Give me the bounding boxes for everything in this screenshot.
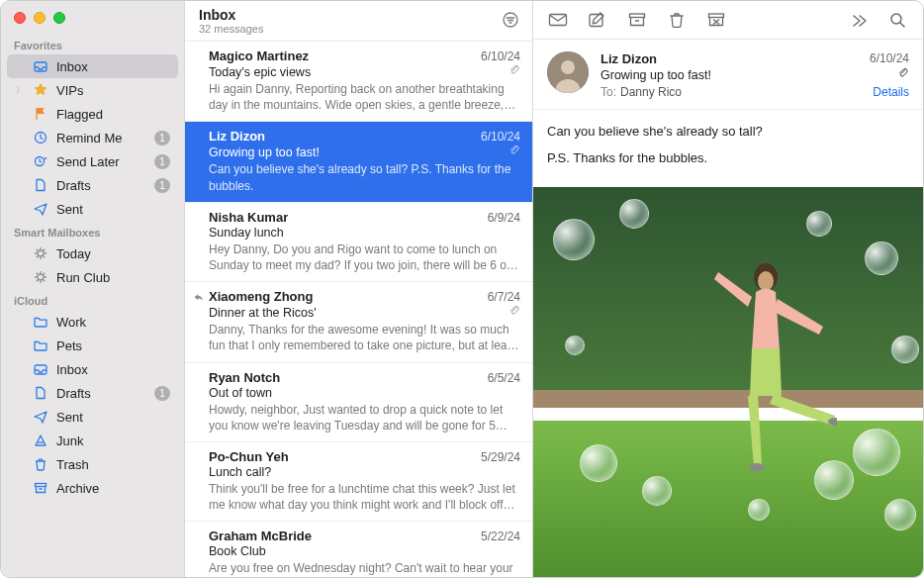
sidebar-item-send-later[interactable]: Send Later1 [7, 149, 178, 173]
message-subject: Book Club [209, 544, 520, 558]
delete-button[interactable] [664, 9, 690, 31]
badge: 1 [154, 154, 170, 169]
badge: 1 [154, 131, 170, 145]
message-list: Magico Martinez6/10/24Today's epic views… [185, 42, 532, 577]
more-button[interactable] [846, 9, 872, 31]
message-list-item[interactable]: Po-Chun Yeh5/29/24Lunch call?Think you'l… [185, 442, 532, 522]
sidebar-item-sent[interactable]: Sent [7, 405, 178, 429]
minimize-window-button[interactable] [34, 12, 46, 24]
sidebar-item-trash[interactable]: Trash [7, 452, 178, 476]
sidebar-item-pets[interactable]: Pets [7, 334, 178, 357]
message-subject: Today's epic views [209, 65, 508, 79]
sidebar-item-run-club[interactable]: Run Club [7, 265, 178, 289]
filter-icon[interactable] [501, 10, 520, 33]
to-recipient[interactable]: Danny Rico [620, 85, 682, 99]
sidebar-item-today[interactable]: Today [7, 241, 178, 265]
to-label: To: [601, 85, 616, 99]
clock-icon [33, 130, 48, 145]
sidebar-item-label: Flagged [56, 107, 170, 122]
message-from: Liz Dizon [209, 129, 481, 144]
sidebar-item-remind-me[interactable]: Remind Me1 [7, 126, 178, 149]
compose-button[interactable] [585, 9, 610, 31]
get-mail-button[interactable] [545, 9, 571, 31]
badge: 1 [154, 386, 170, 401]
message-subject: Lunch call? [209, 465, 520, 479]
zoom-window-button[interactable] [53, 12, 65, 24]
svg-point-15 [758, 271, 774, 291]
toolbar [533, 1, 923, 40]
svg-point-16 [749, 463, 765, 471]
search-button[interactable] [885, 9, 911, 31]
junk-button[interactable] [703, 9, 729, 31]
chevron-icon: 〉 [15, 84, 25, 97]
sidebar-item-label: Junk [56, 434, 170, 448]
message-list-item[interactable]: Ryan Notch6/5/24Out of townHowdy, neighb… [185, 363, 532, 442]
message-date: 5/29/24 [481, 450, 520, 464]
sidebar-item-drafts[interactable]: Drafts1 [7, 173, 178, 197]
sidebar-item-label: Today [56, 246, 170, 261]
sidebar-item-work[interactable]: Work [7, 310, 178, 334]
sidebar-item-vips[interactable]: 〉VIPs [7, 78, 178, 102]
body-line: Can you believe she's already so tall? [547, 124, 909, 139]
sidebar-item-sent[interactable]: Sent [7, 197, 178, 221]
junk-icon [33, 433, 48, 448]
message-preview: Think you'll be free for a lunchtime cha… [209, 481, 520, 513]
sidebar-section-title: Smart Mailboxes [1, 221, 184, 241]
reading-pane: Liz Dizon 6/10/24 Growing up too fast! T… [533, 1, 923, 577]
attachment-image[interactable] [533, 187, 923, 577]
sidebar-item-label: Send Later [56, 154, 146, 169]
trash-icon [33, 456, 48, 472]
message-subject: Out of town [209, 386, 520, 400]
message-list-item[interactable]: Nisha Kumar6/9/24Sunday lunchHey Danny, … [185, 203, 532, 282]
sidebar-item-label: Pets [56, 338, 170, 353]
message-list-item[interactable]: Graham McBride5/22/24Book ClubAre you fr… [185, 522, 532, 577]
message-subject: Growing up too fast! [209, 145, 508, 159]
sidebar-item-archive[interactable]: Archive [7, 476, 178, 500]
message-date: 6/10/24 [870, 51, 909, 66]
sidebar-item-inbox[interactable]: Inbox [7, 357, 178, 381]
sender-name: Liz Dizon [601, 51, 870, 66]
sidebar-item-label: Work [56, 315, 170, 330]
message-preview: Howdy, neighbor, Just wanted to drop a q… [209, 402, 520, 434]
sidebar-item-label: Sent [56, 202, 170, 217]
body-line: P.S. Thanks for the bubbles. [547, 150, 909, 165]
sidebar-item-label: Archive [56, 481, 170, 496]
sidebar-item-drafts[interactable]: Drafts1 [7, 381, 178, 405]
message-preview: Danny, Thanks for the awesome evening! I… [209, 322, 520, 353]
doc-icon [33, 385, 48, 401]
message-from: Magico Martinez [209, 48, 481, 63]
message-count: 32 messages [199, 23, 501, 35]
message-date: 6/5/24 [488, 371, 520, 385]
details-link[interactable]: Details [873, 85, 909, 99]
gear-icon [33, 269, 48, 285]
message-from: Ryan Notch [209, 370, 488, 385]
message-list-item[interactable]: Xiaomeng Zhong6/7/24Dinner at the Ricos'… [185, 282, 532, 362]
archive-button[interactable] [624, 9, 650, 31]
clock-send-icon [33, 153, 48, 169]
folder-icon [33, 337, 48, 353]
attachment-icon [508, 64, 520, 79]
sidebar-item-inbox[interactable]: Inbox [7, 54, 178, 78]
sidebar-item-label: Remind Me [56, 131, 146, 145]
message-date: 5/22/24 [481, 530, 520, 543]
sidebar-item-junk[interactable]: Junk [7, 429, 178, 452]
folder-icon [33, 314, 48, 330]
sidebar-item-label: VIPs [56, 83, 170, 98]
message-list-item[interactable]: Magico Martinez6/10/24Today's epic views… [185, 42, 532, 122]
close-window-button[interactable] [14, 12, 26, 24]
badge: 1 [154, 178, 170, 193]
sidebar-item-label: Run Club [56, 270, 170, 285]
message-body: Can you believe she's already so tall? P… [533, 110, 923, 187]
star-icon [33, 82, 48, 98]
window-controls [1, 1, 184, 34]
message-list-item[interactable]: Liz Dizon6/10/24Growing up too fast!Can … [185, 122, 532, 202]
message-list-header: Inbox 32 messages [185, 1, 532, 42]
replied-icon [193, 292, 205, 307]
svg-point-13 [561, 60, 575, 74]
mailbox-title: Inbox [199, 7, 501, 23]
message-date: 6/9/24 [488, 211, 520, 225]
sender-avatar[interactable] [547, 51, 589, 93]
sidebar-item-label: Trash [56, 457, 170, 472]
gear-icon [33, 245, 48, 261]
sidebar-item-flagged[interactable]: Flagged [7, 102, 178, 126]
